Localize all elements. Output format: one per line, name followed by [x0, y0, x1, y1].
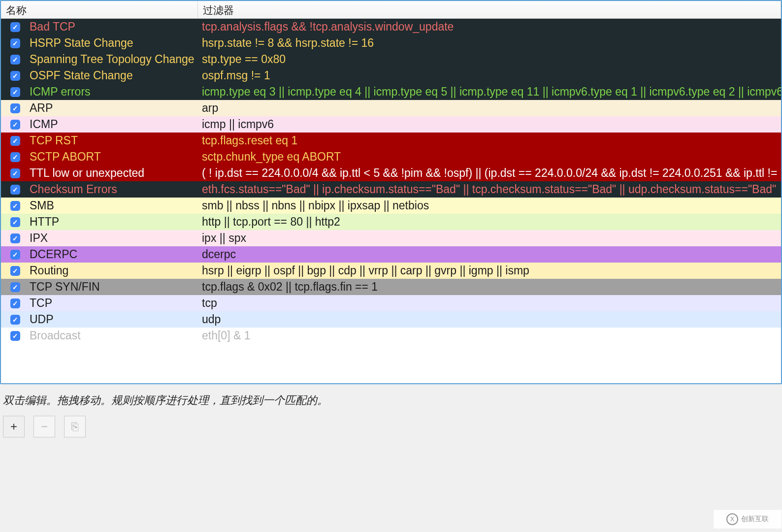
row-filter[interactable]: ipx || spx [198, 232, 781, 245]
row-filter[interactable]: http || tcp.port == 80 || http2 [198, 215, 781, 229]
row-name[interactable]: OSPF State Change [30, 69, 198, 82]
row-filter[interactable]: ospf.msg != 1 [198, 69, 781, 82]
copy-button[interactable]: ⎘ [64, 416, 86, 437]
table-row[interactable]: IPXipx || spx [1, 230, 781, 246]
table-row[interactable]: Routinghsrp || eigrp || ospf || bgp || c… [1, 263, 781, 279]
row-filter[interactable]: arp [198, 101, 781, 115]
row-filter[interactable]: tcp.flags.reset eq 1 [198, 134, 781, 147]
table-row[interactable]: DCERPCdcerpc [1, 246, 781, 263]
row-filter[interactable]: smb || nbss || nbns || nbipx || ipxsap |… [198, 199, 781, 212]
row-checkbox-cell [1, 87, 30, 97]
checkbox[interactable] [10, 71, 20, 81]
table-row[interactable]: UDPudp [1, 311, 781, 328]
row-filter[interactable]: udp [198, 313, 781, 326]
row-name[interactable]: Bad TCP [30, 20, 198, 33]
row-filter[interactable]: stp.type == 0x80 [198, 53, 781, 66]
table-header: 名称 过滤器 [1, 1, 781, 19]
row-checkbox-cell [1, 152, 30, 162]
table-row[interactable]: ICMPicmp || icmpv6 [1, 116, 781, 133]
add-button[interactable]: + [3, 416, 25, 437]
checkbox[interactable] [10, 266, 20, 276]
checkbox[interactable] [10, 299, 20, 308]
table-row[interactable]: HSRP State Changehsrp.state != 8 && hsrp… [1, 35, 781, 51]
header-filter[interactable]: 过滤器 [198, 1, 781, 18]
checkbox[interactable] [10, 136, 20, 146]
row-filter[interactable]: tcp [198, 297, 781, 310]
row-name[interactable]: SCTP ABORT [30, 150, 198, 164]
row-name[interactable]: ARP [30, 101, 198, 115]
checkbox[interactable] [10, 120, 20, 130]
row-name[interactable]: ICMP errors [30, 85, 198, 99]
row-filter[interactable]: ( ! ip.dst == 224.0.0.0/4 && ip.ttl < 5 … [198, 166, 781, 180]
row-filter[interactable]: tcp.analysis.flags && !tcp.analysis.wind… [198, 20, 781, 33]
row-name[interactable]: TCP [30, 297, 198, 310]
table-row[interactable]: ARParp [1, 100, 781, 116]
remove-button[interactable]: − [33, 416, 55, 437]
watermark-text: 创新互联 [741, 515, 769, 524]
checkbox[interactable] [10, 22, 20, 32]
row-filter[interactable]: eth[0] & 1 [198, 329, 781, 342]
row-checkbox-cell [1, 250, 30, 260]
row-name[interactable]: Checksum Errors [30, 183, 198, 196]
row-name[interactable]: Spanning Tree Topology Change [30, 53, 198, 66]
table-row[interactable]: TCP SYN/FINtcp.flags & 0x02 || tcp.flags… [1, 279, 781, 295]
row-checkbox-cell [1, 71, 30, 81]
checkbox[interactable] [10, 331, 20, 341]
coloring-rules-panel: 名称 过滤器 Bad TCPtcp.analysis.flags && !tcp… [0, 0, 782, 384]
row-name[interactable]: Broadcast [30, 329, 198, 342]
row-name[interactable]: Routing [30, 264, 198, 277]
table-row[interactable]: ICMP errorsicmp.type eq 3 || icmp.type e… [1, 84, 781, 100]
row-name[interactable]: ICMP [30, 118, 198, 131]
row-name[interactable]: HTTP [30, 215, 198, 229]
checkbox[interactable] [10, 282, 20, 292]
table-body: Bad TCPtcp.analysis.flags && !tcp.analys… [1, 19, 781, 383]
checkbox[interactable] [10, 55, 20, 65]
table-row[interactable]: SMBsmb || nbss || nbns || nbipx || ipxsa… [1, 198, 781, 214]
table-row[interactable]: SCTP ABORTsctp.chunk_type eq ABORT [1, 149, 781, 165]
row-filter[interactable]: tcp.flags & 0x02 || tcp.flags.fin == 1 [198, 280, 781, 294]
checkbox[interactable] [10, 168, 20, 178]
row-filter[interactable]: icmp.type eq 3 || icmp.type eq 4 || icmp… [198, 85, 781, 99]
table-row[interactable]: Bad TCPtcp.analysis.flags && !tcp.analys… [1, 19, 781, 35]
row-checkbox-cell [1, 233, 30, 243]
checkbox[interactable] [10, 233, 20, 243]
row-name[interactable]: TTL low or unexpected [30, 166, 198, 180]
row-checkbox-cell [1, 55, 30, 65]
table-row[interactable]: TCPtcp [1, 295, 781, 311]
toolbar: + − ⎘ [0, 413, 782, 440]
checkbox[interactable] [10, 217, 20, 227]
row-name[interactable]: UDP [30, 313, 198, 326]
checkbox[interactable] [10, 38, 20, 48]
table-row[interactable]: Checksum Errorseth.fcs.status=="Bad" || … [1, 181, 781, 198]
table-row[interactable]: Broadcasteth[0] & 1 [1, 328, 781, 344]
row-filter[interactable]: eth.fcs.status=="Bad" || ip.checksum.sta… [198, 183, 781, 196]
row-filter[interactable]: dcerpc [198, 248, 781, 261]
checkbox[interactable] [10, 315, 20, 325]
checkbox[interactable] [10, 201, 20, 211]
row-filter[interactable]: sctp.chunk_type eq ABORT [198, 150, 781, 164]
row-name[interactable]: IPX [30, 232, 198, 245]
row-filter[interactable]: hsrp || eigrp || ospf || bgp || cdp || v… [198, 264, 781, 277]
row-filter[interactable]: icmp || icmpv6 [198, 118, 781, 131]
checkbox[interactable] [10, 185, 20, 195]
header-name[interactable]: 名称 [1, 1, 198, 18]
row-name[interactable]: SMB [30, 199, 198, 212]
table-row[interactable]: Spanning Tree Topology Changestp.type ==… [1, 51, 781, 67]
row-checkbox-cell [1, 282, 30, 292]
row-name[interactable]: HSRP State Change [30, 36, 198, 50]
row-name[interactable]: TCP SYN/FIN [30, 280, 198, 294]
row-filter[interactable]: hsrp.state != 8 && hsrp.state != 16 [198, 36, 781, 50]
row-name[interactable]: DCERPC [30, 248, 198, 261]
row-checkbox-cell [1, 38, 30, 48]
checkbox[interactable] [10, 152, 20, 162]
row-name[interactable]: TCP RST [30, 134, 198, 147]
table-row[interactable]: OSPF State Changeospf.msg != 1 [1, 67, 781, 84]
table-row[interactable]: TTL low or unexpected( ! ip.dst == 224.0… [1, 165, 781, 181]
table-row[interactable]: TCP RSTtcp.flags.reset eq 1 [1, 133, 781, 149]
row-checkbox-cell [1, 266, 30, 276]
table-row[interactable]: HTTPhttp || tcp.port == 80 || http2 [1, 214, 781, 230]
watermark: X 创新互联 [713, 509, 782, 529]
checkbox[interactable] [10, 250, 20, 260]
checkbox[interactable] [10, 103, 20, 113]
checkbox[interactable] [10, 87, 20, 97]
